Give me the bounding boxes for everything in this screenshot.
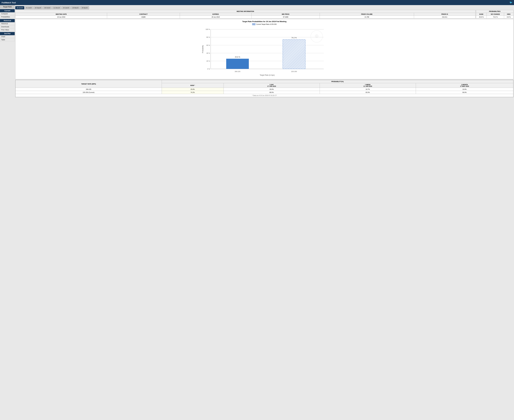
svg-text:60 %: 60 % — [206, 44, 210, 46]
meeting-info-table: MEETING INFORMATION MEETING DATECONTRACT… — [15, 10, 476, 18]
bottom-cell-r0c2: 20.0% — [223, 88, 320, 91]
bottom-probability-table: TARGET RATE (BPS) PROBABILITY(%) NOW *1 … — [15, 80, 513, 97]
bottom-table-row: 200-22525.8%20.0%16.7%10.0% — [15, 88, 513, 91]
chart-legend: Current Target Rate of 225-250 — [17, 23, 512, 25]
sidebar-item-probabilities[interactable]: Probabilities — [0, 15, 15, 18]
bar-200-225-label: 25.8 % — [235, 56, 240, 58]
probabilities-table: PROBABILITIES EASENO CHANGEHIKE 25.8 %74… — [476, 10, 514, 18]
bottom-cell-r0c1: 25.8% — [162, 88, 223, 91]
meeting-cell-3: 97.6488 — [252, 16, 320, 18]
prob-col-no change: NO CHANGE — [487, 13, 504, 16]
bottom-cell-r0c4: 10.0% — [416, 88, 513, 91]
meeting-col-expires: EXPIRES — [180, 13, 251, 16]
content-area: 19 Jun1931 Jul1918 Sep1930 Oct1911 Dec19… — [15, 5, 514, 420]
meeting-cell-1: ZQM9 — [107, 16, 180, 18]
info-section: MEETING INFORMATION MEETING DATECONTRACT… — [15, 10, 514, 18]
tab-29apr20[interactable]: 29 Apr20 — [80, 6, 89, 9]
tab-18sep19[interactable]: 18 Sep19 — [33, 6, 43, 9]
chart-title: Target Rate Probabilities for 19 Jun 201… — [17, 21, 512, 22]
tab-29jan20[interactable]: 29 Jan20 — [62, 6, 71, 9]
sidebar-item-historical[interactable]: Historical — [0, 22, 15, 25]
meeting-col-mid-price: MID PRICE — [252, 13, 320, 16]
probability-col-header: PROBABILITY(%) — [162, 80, 513, 83]
dot-plot-label: Dot Plot — [0, 32, 15, 35]
bar-225-250-x-label: 225-250 — [291, 71, 297, 72]
target-rate-col-header: TARGET RATE (BPS) — [15, 80, 162, 88]
tabs-row: 19 Jun1931 Jul1918 Sep1930 Oct1911 Dec19… — [15, 6, 514, 9]
prob-title: PROBABILITIES — [476, 10, 514, 13]
footnote: * Data as of 18 Jun 2019 07:33:20 CT — [15, 94, 513, 97]
bottom-sub-header: 1 DAY 17 JUN 2019 — [223, 83, 320, 88]
twitter-icon[interactable]: 🐦 — [509, 1, 512, 4]
tab-31jul19[interactable]: 31 Jul19 — [24, 6, 33, 9]
bar-225-250 — [283, 39, 305, 69]
prob-cell-2: 0.0 % — [504, 16, 514, 18]
bottom-sub-header: 1 MONTH 17 MAY 2019 — [416, 83, 513, 88]
sidebar-item-chart[interactable]: Chart — [0, 35, 15, 38]
sidebar-item-downloads[interactable]: Downloads — [0, 25, 15, 28]
target-rate-button[interactable]: Target Rate — [0, 5, 15, 8]
bottom-table-container: TARGET RATE (BPS) PROBABILITY(%) NOW *1 … — [15, 80, 514, 97]
tab-18mar20[interactable]: 18 Mar20 — [71, 6, 80, 9]
bottom-cell-r0c3: 16.7% — [320, 88, 416, 91]
sidebar-item-prior-hikes[interactable]: Prior Hikes — [0, 28, 15, 31]
x-axis-label: Target Rate (in bps) — [260, 74, 275, 76]
meeting-cell-4: 21,788 — [320, 16, 414, 18]
chart-container: Target Rate Probabilities for 19 Jun 201… — [15, 19, 514, 79]
bottom-sub-header: 1 WEEK 11 JUN 2019 — [320, 83, 416, 88]
meeting-col-meeting-date: MEETING DATE — [15, 13, 107, 16]
prob-cell-0: 25.8 % — [476, 16, 487, 18]
bottom-cell-r0c0: 200-225 — [15, 88, 162, 91]
legend-box-icon — [252, 23, 255, 25]
svg-text:20 %: 20 % — [206, 60, 210, 62]
current-group-label: Current — [0, 9, 15, 12]
svg-text:Probability: Probability — [202, 45, 204, 53]
meeting-cell-0: 19 Jun 2019 — [15, 16, 107, 18]
bottom-table-row: 225-250 (Current)74.2%80.0%83.3%90.0% — [15, 91, 513, 94]
meeting-info-title: MEETING INFORMATION — [15, 10, 476, 13]
meeting-col-prior-oi: PRIOR OI — [414, 13, 475, 16]
svg-text:0 %: 0 % — [207, 68, 210, 70]
meeting-col-prior-volume: PRIOR VOLUME — [320, 13, 414, 16]
bar-200-225 — [226, 59, 249, 69]
bar-225-250-label: 74.2 % — [291, 37, 297, 39]
meeting-col-contract: CONTRACT — [107, 13, 180, 16]
tab-11dec19[interactable]: 11 Dec19 — [52, 6, 61, 9]
bottom-cell-r1c1: 74.2% — [162, 91, 223, 94]
sidebar: Target Rate Current Compare Probabilitie… — [0, 5, 15, 420]
tab-19jun19[interactable]: 19 Jun19 — [15, 6, 24, 9]
tab-30oct19[interactable]: 30 Oct19 — [43, 6, 52, 9]
svg-text:40 %: 40 % — [206, 52, 210, 54]
historical-group-label: Historical — [0, 19, 15, 22]
svg-text:100 %: 100 % — [206, 28, 210, 30]
legend-text: Current Target Rate of 225-250 — [256, 23, 276, 25]
prob-cell-1: 74.2 % — [487, 16, 504, 18]
bottom-sub-header: NOW * — [162, 83, 223, 88]
bottom-cell-r1c4: 90.0% — [416, 91, 513, 94]
sidebar-item-compare[interactable]: Compare — [0, 12, 15, 15]
app-header: FedWatch Tool 🐦 — [0, 0, 514, 5]
svg-text:⊕: ⊕ — [314, 33, 319, 39]
bottom-cell-r1c3: 83.3% — [320, 91, 416, 94]
app-title: FedWatch Tool — [2, 1, 16, 4]
prob-col-ease: EASE — [476, 13, 487, 16]
main-chart-svg: 0 % 20 % 40 % 60 % 80 % 100 % Probabilit… — [17, 27, 512, 77]
bottom-cell-r1c2: 80.0% — [223, 91, 320, 94]
svg-text:80 %: 80 % — [206, 36, 210, 38]
chart-wrapper: 0 % 20 % 40 % 60 % 80 % 100 % Probabilit… — [17, 27, 512, 78]
bottom-cell-r1c0: 225-250 (Current) — [15, 91, 162, 94]
meeting-cell-5: 210,411 — [414, 16, 475, 18]
meeting-cell-2: 28 Jun 2019 — [180, 16, 251, 18]
sidebar-item-table[interactable]: Table — [0, 38, 15, 41]
bar-200-225-x-label: 200-225 — [235, 71, 240, 72]
prob-col-hike: HIKE — [504, 13, 514, 16]
